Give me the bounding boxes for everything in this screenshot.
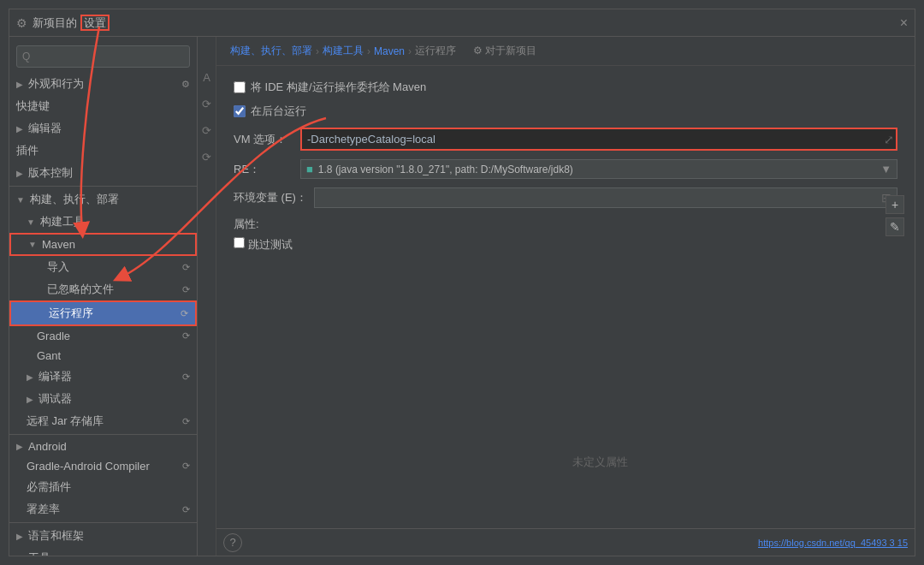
sidebar-item-appearance[interactable]: ▶ 外观和行为 ⚙	[9, 73, 197, 95]
vm-options-input[interactable]	[302, 129, 896, 149]
bottom-link[interactable]: https://blog.csdn.net/qq_45493 3 15	[758, 538, 908, 548]
sidebar-item-label: 必需插件	[27, 479, 71, 495]
sidebar-item-label: 快捷键	[16, 98, 50, 114]
arrow-icon: ▶	[16, 169, 23, 178]
sync-icon: ⟳	[182, 284, 190, 295]
sidebar-item-ignored-files[interactable]: 已忽略的文件 ⟳	[9, 278, 197, 300]
background-run-label[interactable]: 在后台运行	[234, 104, 306, 119]
title-prefix: 新项目的	[33, 16, 77, 29]
sync2-icon[interactable]: ⟳	[202, 98, 211, 110]
sidebar-item-gradle[interactable]: Gradle ⟳	[9, 326, 197, 346]
settings-body: 将 IDE 构建/运行操作委托给 Maven 在后台运行 VM 选项： ⤢	[216, 66, 915, 528]
jre-select[interactable]: ■ 1.8 (java version "1.8.0_271", path: D…	[300, 159, 897, 179]
sidebar-item-required-plugins[interactable]: 必需插件	[9, 476, 197, 498]
sidebar-item-gant[interactable]: Gant	[9, 346, 197, 366]
sidebar-item-version-control[interactable]: ▶ 版本控制	[9, 162, 197, 184]
sidebar-item-build-tools[interactable]: ▼ 构建工具	[9, 211, 197, 233]
sidebar-item-label: 语言和框架	[28, 528, 84, 544]
sidebar-item-tools[interactable]: ▶ 工具	[9, 547, 197, 556]
breadcrumb-build[interactable]: 构建、执行、部署	[230, 44, 312, 58]
java-icon: ■	[306, 163, 313, 175]
breadcrumb: 构建、执行、部署 › 构建工具 › Maven › 运行程序 ⚙ 对于新项目	[216, 37, 915, 66]
breadcrumb-build-tools[interactable]: 构建工具	[323, 44, 364, 58]
add-property-button[interactable]: +	[886, 195, 904, 214]
sidebar-item-label: Gradle	[37, 330, 70, 342]
vm-options-row: VM 选项： ⤢	[234, 128, 897, 151]
delegate-label[interactable]: 将 IDE 构建/运行操作委托给 Maven	[234, 80, 426, 95]
sidebar-item-label: 调试器	[38, 391, 72, 407]
sidebar-item-runner[interactable]: 运行程序 ⟳	[9, 300, 197, 326]
sync-icon: ⟳	[181, 308, 188, 319]
sidebar-item-editor[interactable]: ▶ 编辑器	[9, 117, 197, 140]
background-run-checkbox[interactable]	[234, 105, 246, 117]
sidebar-item-recommended[interactable]: 署差率 ⟳	[9, 498, 197, 520]
arrow-icon: ▶	[27, 395, 33, 404]
edit-property-button[interactable]: ✎	[886, 217, 904, 236]
arrow-icon: ▶	[16, 554, 23, 556]
arrow-icon: ▼	[16, 195, 25, 205]
empty-state: 未定义属性	[572, 455, 628, 470]
sidebar-item-debugger[interactable]: ▶ 调试器	[9, 388, 197, 410]
arrow-icon: ▶	[16, 532, 23, 541]
arrow-icon: ▼	[28, 240, 37, 249]
sidebar-item-remote-jar[interactable]: 远程 Jar 存储库 ⟳	[9, 410, 197, 432]
sync4-icon[interactable]: ⟳	[202, 151, 211, 164]
background-run-label-text: 在后台运行	[251, 104, 306, 119]
sidebar-item-maven[interactable]: ▼ Maven	[9, 233, 197, 256]
sidebar-item-gradle-android[interactable]: Gradle-Android Compiler ⟳	[9, 456, 197, 476]
sidebar-item-label: 工具	[28, 550, 50, 556]
sidebar-item-label: 插件	[16, 143, 38, 158]
env-input-wrapper: ⊞	[314, 187, 897, 208]
skip-tests-checkbox[interactable]	[234, 237, 245, 248]
sidebar: Q ▶ 外观和行为 ⚙ 快捷键 ▶ 编辑器 插件 ▶ 版本控制	[9, 37, 198, 556]
search-box[interactable]: Q	[16, 45, 190, 68]
help-button[interactable]: ?	[223, 533, 242, 552]
close-button[interactable]: ×	[900, 15, 908, 31]
vm-options-label: VM 选项：	[234, 132, 293, 147]
sync-icon: ⟳	[182, 372, 190, 383]
arrow-icon: ▼	[27, 217, 35, 227]
sync3-icon[interactable]: ⟳	[202, 124, 211, 137]
sidebar-item-import[interactable]: 导入 ⟳	[9, 256, 197, 278]
properties-label: 属性:	[234, 217, 897, 232]
sidebar-item-label: 已忽略的文件	[47, 282, 114, 297]
delegate-checkbox[interactable]	[234, 81, 246, 93]
sync-icon: ⟳	[182, 262, 190, 273]
breadcrumb-maven[interactable]: Maven	[374, 45, 405, 57]
vm-input-wrapper: ⤢	[300, 128, 897, 151]
sidebar-item-shortcuts[interactable]: 快捷键	[9, 95, 197, 117]
dropdown-arrow-icon: ▼	[880, 163, 891, 175]
sync-icon: ⟳	[182, 330, 190, 342]
sidebar-item-label: 署差率	[27, 502, 60, 517]
sync-icon: ⟳	[182, 416, 190, 427]
sidebar-item-label: 构建工具	[40, 214, 85, 229]
sidebar-item-plugins[interactable]: 插件	[9, 140, 197, 162]
sidebar-item-label: 运行程序	[49, 306, 93, 321]
delegate-row: 将 IDE 构建/运行操作委托给 Maven	[234, 80, 897, 95]
sidebar-item-label: 编辑器	[28, 121, 62, 136]
title-highlight: 设置	[80, 15, 110, 31]
arrow-icon: ▶	[16, 442, 23, 451]
env-vars-input[interactable]	[320, 192, 881, 205]
sidebar-item-android[interactable]: ▶ Android	[9, 437, 197, 456]
sync-icon: ⟳	[182, 461, 190, 472]
sidebar-item-languages[interactable]: ▶ 语言和框架	[9, 525, 197, 547]
titlebar-title: 新项目的 设置	[33, 15, 110, 31]
sidebar-item-compiler[interactable]: ▶ 编译器 ⟳	[9, 366, 197, 388]
search-input[interactable]	[33, 51, 184, 63]
sidebar-item-label: 版本控制	[28, 165, 73, 181]
sidebar-item-label: 构建、执行、部署	[30, 192, 119, 207]
sidebar-item-build-exec[interactable]: ▼ 构建、执行、部署	[9, 188, 197, 211]
env-label: 环境变量 (E)：	[234, 190, 307, 205]
search-icon: Q	[22, 51, 30, 62]
breadcrumb-runner: 运行程序	[415, 44, 456, 58]
sidebar-item-label: 远程 Jar 存储库	[27, 413, 104, 429]
skip-tests-row: 跳过测试	[234, 237, 897, 253]
translate-icon[interactable]: A	[203, 71, 210, 84]
jre-value: 1.8 (java version "1.8.0_271", path: D:/…	[318, 164, 880, 175]
titlebar-left: ⚙ 新项目的 设置	[16, 15, 110, 31]
skip-tests-label[interactable]: 跳过测试	[234, 237, 293, 253]
main-panel: 构建、执行、部署 › 构建工具 › Maven › 运行程序 ⚙ 对于新项目 将…	[216, 37, 915, 556]
sidebar-icon: ⚙	[181, 79, 190, 90]
expand-button[interactable]: ⤢	[884, 133, 894, 146]
